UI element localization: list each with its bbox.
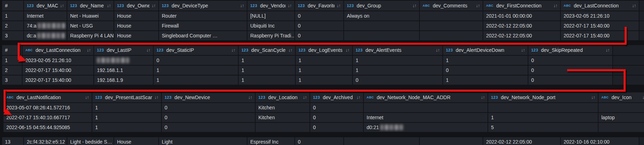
cell-dev_Network_Node_port: 1 (488, 113, 598, 122)
column-header-dev_FirstConnection[interactable]: ABCdev_FirstConnection↓↑ (483, 1, 560, 11)
cell-value: 1 (241, 77, 244, 83)
sort-icon: ↓↑ (410, 1, 419, 11)
column-header-#[interactable]: # (2, 1, 23, 11)
cell-dev_ScanCycle: 1 (239, 66, 295, 75)
cell-dev_StaticIP: 1 (154, 66, 238, 75)
cell-empty (613, 75, 644, 85)
field-type-string-icon: ABC (367, 92, 374, 102)
cell-dev_DeviceType: Light (159, 137, 247, 145)
column-header-dev_AlertEvents[interactable]: 123dev_AlertEvents↓↑ (353, 45, 442, 55)
column-header-dev_Owner[interactable]: 123dev_Owner↓↑ (114, 1, 158, 11)
cell-dev_Network_Node_MAC_ADDR: d0:21 (364, 123, 487, 132)
column-label: dev_LogEvents (308, 45, 343, 55)
column-header-dev_Name[interactable]: 123dev_Name↓↑ (67, 1, 114, 11)
cell-dev_LastNotification: 2023-05-07 08:26:41.572716 (4, 103, 92, 112)
cell-value: 192.168.1.9 (97, 77, 123, 83)
cell-dev_Comments (420, 31, 483, 40)
cell-dev_Comments (420, 21, 483, 30)
cell-dev_LogEvents: 1 (296, 56, 352, 65)
cell-dev_StaticIP: 1 (154, 75, 238, 85)
cell-value: 1 (446, 58, 449, 63)
column-header-dev_LastConnection[interactable]: ABCdev_LastConnection↓↑ (23, 45, 93, 55)
table-row: 2023-05-07 08:26:41.57271610Kitchen0 (4, 103, 644, 112)
cell-dev_LastConnection: 2023-02-05 21:26:10 (561, 11, 639, 20)
cell-value: House (117, 33, 131, 38)
sort-icon: ↓↑ (603, 45, 612, 55)
cell-dev_Network_Node_MAC_ADDR: Internet (364, 113, 487, 122)
column-header-dev_LastNotification[interactable]: ABCdev_LastNotification↓↑ (4, 92, 92, 102)
redacted-blur-box (37, 33, 65, 38)
column-header-dev_Network_Node_MAC_ADDR[interactable]: ABCdev_Network_Node_MAC_ADDR↓↑ (364, 92, 487, 102)
column-label: dev_Archived (323, 92, 353, 102)
table-row: 2022-06-15 04:55:44.925085100d0:215 (4, 123, 644, 132)
column-header-dev_ScanCycle[interactable]: 123dev_ScanCycle↓↑ (239, 45, 295, 55)
column-header-dev_AlertDeviceDown[interactable]: 123dev_AlertDeviceDown↓↑ (443, 45, 528, 55)
column-label: dev_MAC (37, 1, 58, 11)
cell-dev_Archived: 0 (310, 113, 363, 122)
column-header-dev_DeviceType[interactable]: 123dev_DeviceType↓↑ (159, 1, 247, 11)
cell-value: 2022-10-16 02:10:00 (564, 139, 609, 145)
table-row: 12023-02-05 21:26:10011110 (2, 56, 644, 65)
column-header-dev_SkipRepeated[interactable]: 123dev_SkipRepeated↓↑ (528, 45, 612, 55)
cell-dev_FirstConnection: 2021-01-01 00:00:00 (483, 11, 560, 20)
column-header-dev_MAC[interactable]: 123dev_MAC↓↑ (24, 1, 67, 11)
column-header-dev_Comments[interactable]: ABCdev_Comments↓↑ (420, 1, 483, 11)
column-header-dev_Archived[interactable]: 123dev_Archived↓↑ (310, 92, 363, 102)
field-type-number-icon: 123 (95, 92, 102, 102)
column-header-dev_Location[interactable]: 123dev_Location↓↑ (256, 92, 309, 102)
column-label: dev_Vendor (260, 1, 286, 11)
sort-icon: ↓↑ (640, 92, 644, 102)
sort-icon: ↓↑ (335, 1, 343, 11)
cell-value: 1 (299, 77, 301, 83)
cell-value: 1 (299, 58, 301, 63)
column-label: dev_LastConnection (574, 1, 619, 11)
cell-dev_DeviceType: Singleboard Computer … (159, 31, 247, 40)
column-header-dev_Group[interactable]: 123dev_Group↓↑ (344, 1, 419, 11)
cell-value: 1 (356, 67, 358, 73)
cell-value: 2022-02-12 22:05:00 (486, 139, 532, 145)
column-header-dev_PresentLastScan[interactable]: 123dev_PresentLastScan↓↑ (92, 92, 161, 102)
column-header-dev_LogEvents[interactable]: 123dev_LogEvents↓↑ (296, 45, 352, 55)
cell-#: 13 (2, 137, 23, 145)
cell-value: Singleboard Computer … (162, 33, 217, 38)
cell-dev_NewDevice: 0 (162, 103, 255, 112)
cell-dev_Group (344, 137, 419, 145)
cell-dev_Owner: House (114, 31, 158, 40)
cell-value: 2023-05-07 08:26:41.572716 (6, 105, 70, 110)
cell-value: 0 (165, 105, 167, 110)
cell-value: 0 (531, 77, 534, 83)
field-type-number-icon: 123 (250, 1, 257, 11)
cell-dev_Vendor: Raspberry Pi Tradi… (247, 31, 294, 40)
column-label: dev_LastNotification (17, 92, 61, 102)
column-label: dev_SkipRepeated (541, 45, 583, 55)
cell-value: 2023-02-05 21:26:10 (564, 13, 609, 19)
sort-icon: ↓↑ (58, 1, 67, 11)
column-label: dev_PresentLastScan (105, 92, 152, 102)
column-header-dev_LastConnection[interactable]: ABCdev_LastConnection↓↑ (561, 1, 639, 11)
field-type-number-icon: 123 (117, 1, 124, 11)
cell-dev_Icon (599, 103, 644, 112)
column-header-dev_NewDevice[interactable]: 123dev_NewDevice↓↑ (162, 92, 255, 102)
column-header-dev_Icon[interactable]: ABCdev_Icon↓↑ (599, 92, 644, 102)
cell-dev_LastConnection: 2022-07-17 15:40:00 (23, 75, 93, 85)
redacted-blur-box (38, 23, 65, 29)
cell-dev_NewDevice: 0 (162, 123, 255, 132)
cell-dev_DeviceType: Firewall (159, 21, 247, 30)
column-label: # (5, 45, 8, 55)
cell-dev_Owner: House (114, 11, 158, 20)
cell-empty (639, 21, 644, 30)
cell-value: 0 (298, 23, 301, 29)
column-header-dev_Vendor[interactable]: 123dev_Vendor↓↑ (247, 1, 294, 11)
cell-dev_LastIP: 192.168.1.9 (94, 75, 153, 85)
cell-dev_MAC: Internet (24, 11, 67, 20)
cell-value: Kitchen (258, 105, 275, 110)
column-header-dev_Favorite[interactable]: 123dev_Favorite↓↑ (295, 1, 343, 11)
column-header-dev_LastIP[interactable]: 123dev_LastIP↓↑ (94, 45, 153, 55)
column-header-dev_StaticIP[interactable]: 123dev_StaticIP↓↑ (154, 45, 238, 55)
cell-dev_Group (344, 31, 419, 40)
cell-#: 1 (2, 11, 23, 20)
cell-value: 1 (241, 67, 244, 73)
column-header-dev_Network_Node_port[interactable]: 123dev_Network_Node_port↓↑ (488, 92, 598, 102)
cell-dev_FirstConnection: 2022-02-12 22:05:00 (483, 31, 560, 40)
column-label: # (5, 1, 8, 11)
